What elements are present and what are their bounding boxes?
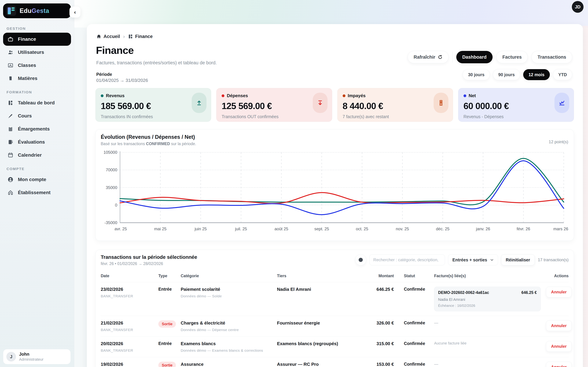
cancel-transaction-button[interactable]: Annuler [546,362,572,367]
reset-filters-button[interactable]: Réinitialiser [501,254,535,265]
stat-value: 60 000.00 € [464,101,569,111]
range-30j[interactable]: 30 jours [463,69,490,80]
sidebar-item-label: Établissement [18,190,50,195]
cell-statut: Confirmée [394,320,432,325]
type-badge-sortie: Sortie [158,320,176,328]
range-12mois[interactable]: 12 mois [523,69,550,80]
sidebar-item-tableau-de-bord[interactable]: Tableau de bord [3,96,71,109]
arrow-down-to-line-icon [313,93,328,113]
stat-caption: Transactions OUT confirmées [222,114,327,119]
sidebar-item-label: Évaluations [18,139,45,145]
sidebar-user-card[interactable]: J John Administrateur [3,349,71,364]
sidebar-item-label: Cours [18,113,32,119]
cancel-transaction-button[interactable]: Annuler [546,320,572,331]
tab-factures[interactable]: Factures [496,51,528,63]
sidebar-item--valuations[interactable]: Évaluations [3,135,71,149]
sidebar-item-label: Émargements [18,126,50,132]
cancel-transaction-button[interactable]: Annuler [546,341,572,352]
column-header-facture: Facture(s) liée(s) [432,274,546,278]
cell-montant: 315.00 € [364,341,394,346]
sidebar-item-classes[interactable]: Classes [3,59,71,72]
svg-text:105000: 105000 [104,150,117,155]
cell-date: 20/02/2026BANK_TRANSFER [101,341,158,352]
range-ytd[interactable]: YTD [553,69,572,80]
sidebar-item-mati-res[interactable]: Matières [3,72,71,85]
briefcase-icon [8,36,13,42]
cell-tiers: Nadia El Amrani [277,287,364,292]
cell-actions: Annuler [546,287,572,297]
range-90j[interactable]: 90 jours [493,69,520,80]
svg-text:févr. 26: févr. 26 [517,226,530,231]
profile-avatar[interactable]: JD [572,1,584,13]
grid-icon [128,34,133,39]
stat-card-net: Net60 000.00 €Revenus - Dépenses [458,88,574,122]
app-logo[interactable]: EduGesta [3,3,71,18]
series-revenus [120,158,564,205]
svg-text:sept. 25: sept. 25 [314,226,329,231]
refresh-button[interactable]: Rafraîchir [408,51,448,63]
sidebar-item-utilisateurs[interactable]: Utilisateurs [3,46,71,59]
sidebar-item-label: Calendrier [18,152,42,158]
svg-text:juil. 25: juil. 25 [235,226,247,231]
svg-text:nov. 25: nov. 25 [396,226,409,231]
svg-text:avr. 25: avr. 25 [115,226,127,231]
sidebar-collapse-button[interactable]: ‹ [69,7,81,17]
avatar: J [6,352,16,361]
breadcrumb-home[interactable]: Accueil [96,34,120,39]
type-filter-select[interactable]: Entrées + sorties [448,254,498,265]
cell-date: 21/02/2026BANK_TRANSFER [101,320,158,332]
cell-date: 19/02/2026BANK_TRANSFER [101,362,158,367]
page-title: Finance [96,44,134,56]
calendar-icon [8,152,13,158]
svg-text:juin 25: juin 25 [194,226,207,231]
sidebar-item--margements[interactable]: Émargements [3,122,71,135]
dashboard-icon [8,100,13,106]
chevron-down-icon [490,258,494,262]
table-header-row: DateTypeCatégorieTiersMontantStatutFactu… [101,271,569,282]
svg-text:-35000: -35000 [104,220,117,225]
sidebar-item-finance[interactable]: Finance [3,33,71,46]
sidebar-item-label: Tableau de bord [18,100,55,106]
transactions-title: Transactions sur la période sélectionnée [101,254,355,260]
users-icon [8,49,13,55]
dot-icon [359,258,363,262]
invoice-amount: 646.25 € [521,290,537,295]
linked-invoice-chip[interactable]: DEMO-202602-0062-4a61ac646.25 €Nadia El … [434,287,541,311]
stat-dot [101,94,104,97]
type-label-entree: Entrée [158,341,172,346]
nav-section-1: FORMATIONTableau de bordCoursÉmargements… [3,90,71,162]
stat-card-impay-s: Impayés8 440.00 €7 facture(s) avec resta… [337,88,453,122]
filter-indicator-button[interactable] [355,254,366,265]
sidebar-item-mon-compte[interactable]: Mon compte [3,173,71,186]
svg-text:35000: 35000 [106,185,117,190]
cell-type: Entrée [158,287,181,292]
invoice-code: DEMO-202602-0062-4a61ac [438,290,489,295]
cell-facture: DEMO-202602-0062-4a61ac646.25 €Nadia El … [432,287,546,311]
tab-dashboard[interactable]: Dashboard [456,51,493,63]
chart-subtitle: Basé sur les transactions CONFIRMED sur … [101,142,569,146]
search-input[interactable] [369,254,445,265]
stat-label: Revenus [106,93,124,98]
sidebar-item--tablissement[interactable]: Établissement [3,186,71,199]
svg-text:mai 25: mai 25 [154,226,167,231]
table-row: 20/02/2026BANK_TRANSFEREntréeExamens bla… [101,337,569,357]
transactions-controls: Entrées + sorties Réinitialiser 17 trans… [355,254,569,265]
stat-card-d-penses: Dépenses125 569.00 €Transactions OUT con… [216,88,332,122]
tab-transactions[interactable]: Transactions [531,51,572,63]
page-subtitle: Factures, transactions (entrées/sorties)… [96,60,217,66]
app-brand: EduGesta [20,7,49,15]
sidebar-item-cours[interactable]: Cours [3,109,71,122]
transactions-table: DateTypeCatégorieTiersMontantStatutFactu… [101,271,569,367]
breadcrumb-current[interactable]: Finance [128,34,153,39]
evolution-chart-panel: Évolution (Revenus / Dépenses / Net) Bas… [95,129,574,241]
period-label: Période [96,72,112,77]
column-header-tiers: Tiers [277,274,364,278]
sidebar: EduGesta GESTIONFinanceUtilisateursClass… [0,0,74,367]
cancel-transaction-button[interactable]: Annuler [546,287,572,297]
nav-section-label: FORMATION [7,90,71,94]
cell-type: Sortie [158,320,181,328]
home-icon [8,190,13,196]
sidebar-item-calendrier[interactable]: Calendrier [3,149,71,162]
cell-tiers: Examens blancs (regroupés) [277,341,364,346]
no-invoice-text: Aucune facture liée [434,341,466,345]
